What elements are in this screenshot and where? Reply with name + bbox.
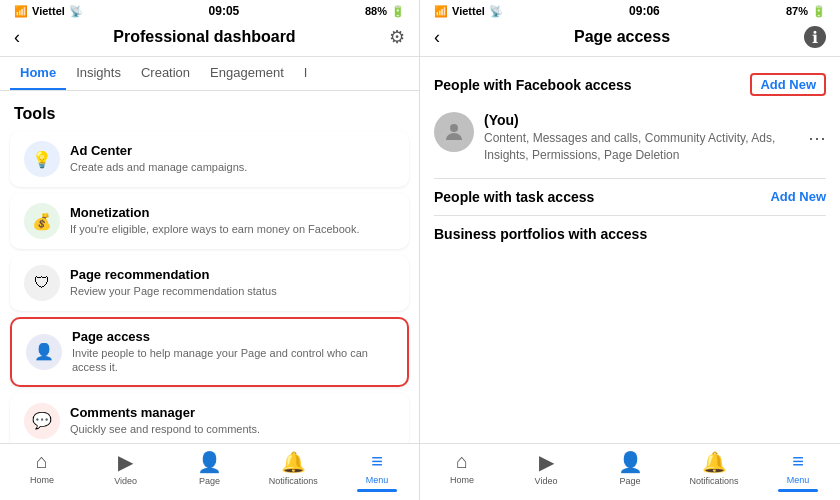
notifications-nav-label: Notifications [269,476,318,486]
person-you-name: (You) [484,112,808,128]
nav-home-left[interactable]: ⌂ Home [0,450,84,492]
avatar-you [434,112,474,152]
page-access-desc: Invite people to help manage your Page a… [72,346,393,375]
tabs-container: Home Insights Creation Engagement I [0,57,419,91]
nav-home-right[interactable]: ⌂ Home [420,450,504,492]
menu-nav-label-right: Menu [787,475,810,485]
menu-nav-icon-right: ≡ [792,450,804,473]
nav-menu-left[interactable]: ≡ Menu [335,450,419,492]
home-nav-label-right: Home [450,475,474,485]
nav-active-indicator-right [778,489,818,492]
facebook-access-section: People with Facebook access Add New [420,67,840,102]
page-nav-label: Page [199,476,220,486]
task-access-label: People with task access [434,189,594,205]
person-you-desc: Content, Messages and calls, Community A… [484,130,808,164]
status-right: 88% 🔋 [365,5,405,18]
page-nav-label-right: Page [619,476,640,486]
status-right-left: 📶 Viettel 📡 [434,5,503,18]
battery-icon-right: 🔋 [812,5,826,18]
tool-page-recommendation[interactable]: 🛡 Page recommendation Review your Page r… [10,255,409,311]
comments-text: Comments manager Quickly see and respond… [70,405,395,436]
info-icon[interactable]: ℹ [804,26,826,48]
wifi-icon: 📡 [69,5,83,18]
tab-engagement[interactable]: Engagement [200,57,294,90]
nav-menu-right[interactable]: ≡ Menu [756,450,840,492]
home-nav-icon-right: ⌂ [456,450,468,473]
header-right: ‹ Page access ℹ [420,20,840,57]
page-rec-desc: Review your Page recommendation status [70,284,395,298]
tab-creation[interactable]: Creation [131,57,200,90]
page-access-text: Page access Invite people to help manage… [72,329,393,375]
video-nav-label: Video [114,476,137,486]
nav-notifications-left[interactable]: 🔔 Notifications [251,450,335,492]
signal-icon: 📶 [14,5,28,18]
add-new-task-button[interactable]: Add New [770,189,826,204]
page-rec-icon: 🛡 [24,265,60,301]
divider-1 [434,178,826,179]
monetization-desc: If you're eligible, explore ways to earn… [70,222,395,236]
battery-label-right: 87% [786,5,808,17]
svg-point-0 [450,124,458,132]
right-screen: 📶 Viettel 📡 09:06 87% 🔋 ‹ Page access ℹ … [420,0,840,500]
nav-page-right[interactable]: 👤 Page [588,450,672,492]
nav-active-indicator [357,489,397,492]
page-nav-icon: 👤 [197,450,222,474]
page-access-content: People with Facebook access Add New (You… [420,57,840,443]
page-title-right: Page access [574,28,670,46]
tab-home[interactable]: Home [10,57,66,90]
page-rec-name: Page recommendation [70,267,395,282]
page-access-name: Page access [72,329,393,344]
nav-notifications-right[interactable]: 🔔 Notifications [672,450,756,492]
video-nav-icon: ▶ [118,450,133,474]
back-button-right[interactable]: ‹ [434,27,440,48]
person-you-info: (You) Content, Messages and calls, Commu… [484,112,808,164]
tool-comments-manager[interactable]: 💬 Comments manager Quickly see and respo… [10,393,409,443]
person-dots-menu[interactable]: ⋯ [808,127,826,149]
bottom-nav-left: ⌂ Home ▶ Video 👤 Page 🔔 Notifications ≡ … [0,443,419,500]
page-nav-icon-right: 👤 [618,450,643,474]
facebook-access-label: People with Facebook access [434,77,632,93]
ad-center-name: Ad Center [70,143,395,158]
task-access-section: People with task access Add New [420,183,840,211]
battery-icon: 🔋 [391,5,405,18]
back-button-left[interactable]: ‹ [14,27,20,48]
add-new-facebook-button[interactable]: Add New [750,73,826,96]
ad-center-text: Ad Center Create ads and manage campaign… [70,143,395,174]
time-right: 09:06 [629,4,660,18]
video-nav-icon-right: ▶ [539,450,554,474]
video-nav-label-right: Video [535,476,558,486]
nav-video-left[interactable]: ▶ Video [84,450,168,492]
business-access-section: Business portfolios with access [420,220,840,248]
status-left: 📶 Viettel 📡 [14,5,83,18]
tool-page-access[interactable]: 👤 Page access Invite people to help mana… [10,317,409,387]
tool-monetization[interactable]: 💰 Monetization If you're eligible, explo… [10,193,409,249]
content-left: Tools 💡 Ad Center Create ads and manage … [0,91,419,443]
settings-icon[interactable]: ⚙ [389,26,405,48]
header-left: ‹ Professional dashboard ⚙ [0,20,419,57]
tab-insights[interactable]: Insights [66,57,131,90]
tool-ad-center[interactable]: 💡 Ad Center Create ads and manage campai… [10,131,409,187]
home-nav-icon: ⌂ [36,450,48,473]
wifi-icon-right: 📡 [489,5,503,18]
comments-icon: 💬 [24,403,60,439]
status-right-right: 87% 🔋 [786,5,826,18]
monetization-name: Monetization [70,205,395,220]
page-title-left: Professional dashboard [113,28,295,46]
nav-page-left[interactable]: 👤 Page [168,450,252,492]
tab-more[interactable]: I [294,57,318,90]
menu-nav-icon: ≡ [371,450,383,473]
notifications-nav-icon-right: 🔔 [702,450,727,474]
nav-video-right[interactable]: ▶ Video [504,450,588,492]
left-screen: 📶 Viettel 📡 09:05 88% 🔋 ‹ Professional d… [0,0,420,500]
tools-section-title: Tools [0,101,419,131]
divider-2 [434,215,826,216]
monetization-text: Monetization If you're eligible, explore… [70,205,395,236]
monetization-icon: 💰 [24,203,60,239]
ad-center-desc: Create ads and manage campaigns. [70,160,395,174]
battery-label: 88% [365,5,387,17]
network-label: Viettel [32,5,65,17]
menu-nav-label: Menu [366,475,389,485]
status-bar-right: 📶 Viettel 📡 09:06 87% 🔋 [420,0,840,20]
page-access-icon: 👤 [26,334,62,370]
time-left: 09:05 [209,4,240,18]
